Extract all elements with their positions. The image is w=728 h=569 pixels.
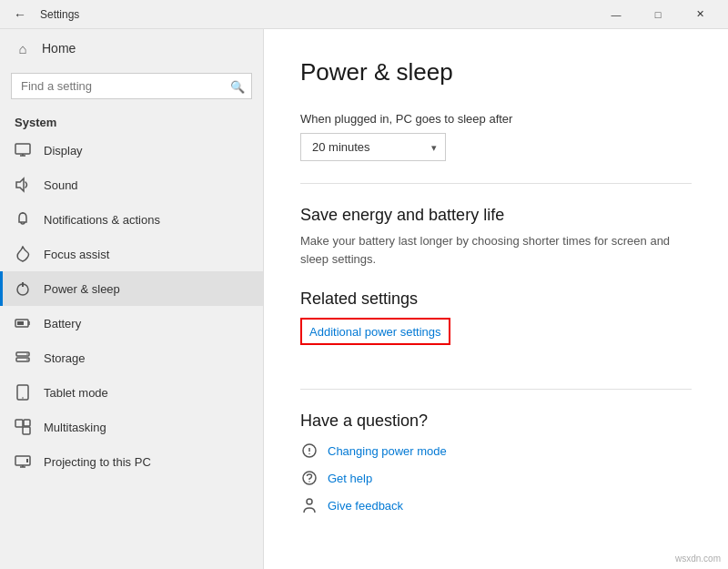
sidebar-item-projecting[interactable]: Projecting to this PC [0, 444, 263, 479]
title-bar: ← Settings — □ ✕ [0, 0, 728, 29]
notifications-icon [15, 211, 31, 228]
get-help-icon [300, 469, 318, 487]
tablet-icon [15, 384, 31, 401]
sidebar-home-label: Home [42, 41, 76, 56]
sidebar-label-power: Power & sleep [44, 282, 120, 296]
give-feedback-label: Give feedback [328, 499, 403, 513]
svg-point-29 [307, 499, 312, 504]
give-feedback-link[interactable]: Give feedback [300, 496, 692, 514]
save-energy-desc: Make your battery last longer by choosin… [300, 232, 692, 268]
sidebar-item-multitasking[interactable]: Multitasking [0, 410, 263, 444]
watermark: wsxdn.com [675, 554, 721, 564]
section-divider-1 [300, 183, 692, 184]
sidebar-item-storage[interactable]: Storage [0, 340, 263, 375]
have-question-title: Have a question? [300, 412, 692, 431]
sidebar-search-container: 🔍 [11, 73, 252, 99]
changing-power-mode-link[interactable]: Changing power mode [300, 442, 692, 460]
sidebar-label-display: Display [44, 144, 83, 157]
svg-rect-19 [24, 420, 30, 426]
additional-power-link-box: Additional power settings [300, 318, 450, 345]
sidebar-item-notifications[interactable]: Notifications & actions [0, 202, 263, 237]
focus-icon [15, 246, 31, 262]
svg-rect-10 [17, 321, 24, 325]
save-energy-title: Save energy and battery life [300, 206, 692, 225]
sidebar-item-power[interactable]: Power & sleep [0, 271, 263, 306]
sidebar-label-tablet: Tablet mode [44, 386, 108, 400]
sidebar: ⌂ Home 🔍 System Display [0, 29, 264, 569]
changing-power-mode-label: Changing power mode [328, 444, 447, 458]
have-question-section: Have a question? Changing power mode [300, 412, 692, 514]
sidebar-label-projecting: Projecting to this PC [44, 455, 151, 469]
related-settings-title: Related settings [300, 290, 692, 309]
svg-point-14 [26, 359, 28, 361]
sound-icon [15, 177, 31, 193]
search-icon: 🔍 [230, 79, 245, 93]
svg-rect-17 [15, 420, 23, 427]
sleep-setting-row: When plugged in, PC goes to sleep after … [300, 112, 692, 161]
svg-point-27 [303, 472, 316, 484]
related-settings-section: Related settings Additional power settin… [300, 290, 692, 367]
svg-point-16 [22, 397, 24, 399]
battery-icon [15, 315, 31, 331]
display-icon [15, 142, 31, 158]
maximize-button[interactable]: □ [637, 0, 679, 29]
svg-rect-0 [15, 144, 30, 154]
section-divider-2 [300, 389, 692, 390]
search-input[interactable] [11, 73, 252, 99]
window-controls: — □ ✕ [595, 0, 721, 29]
multitasking-icon [15, 419, 31, 435]
app-title: Settings [40, 8, 595, 21]
sleep-label: When plugged in, PC goes to sleep after [300, 112, 692, 126]
sidebar-item-home[interactable]: ⌂ Home [0, 29, 263, 67]
sidebar-item-sound[interactable]: Sound [0, 168, 263, 202]
storage-icon [15, 350, 31, 366]
svg-marker-3 [16, 178, 24, 191]
give-feedback-icon [300, 496, 318, 514]
sidebar-item-display[interactable]: Display [0, 133, 263, 168]
svg-point-13 [26, 353, 28, 355]
get-help-link[interactable]: Get help [300, 469, 692, 487]
svg-rect-18 [23, 427, 30, 434]
save-energy-section: Save energy and battery life Make your b… [300, 206, 692, 268]
minimize-button[interactable]: — [595, 0, 637, 29]
additional-power-settings-link[interactable]: Additional power settings [309, 325, 441, 339]
projecting-icon [15, 453, 31, 470]
sidebar-item-focus[interactable]: Focus assist [0, 237, 263, 271]
sidebar-label-notifications: Notifications & actions [44, 213, 160, 227]
sidebar-item-battery[interactable]: Battery [0, 306, 263, 340]
sidebar-label-focus: Focus assist [44, 248, 109, 261]
app-container: ⌂ Home 🔍 System Display [0, 29, 728, 569]
sleep-select-wrapper: 20 minutes 5 minutes 10 minutes 15 minut… [300, 133, 446, 161]
home-icon: ⌂ [15, 40, 31, 56]
sidebar-label-battery: Battery [44, 317, 81, 330]
sidebar-label-storage: Storage [44, 351, 86, 365]
get-help-label: Get help [328, 472, 372, 485]
link-icon-1 [300, 442, 318, 460]
back-button[interactable]: ← [7, 2, 33, 27]
svg-point-28 [308, 481, 309, 482]
power-icon [15, 280, 31, 297]
page-title: Power & sleep [300, 58, 692, 86]
sidebar-item-tablet[interactable]: Tablet mode [0, 375, 263, 410]
sidebar-label-multitasking: Multitasking [44, 421, 106, 434]
close-button[interactable]: ✕ [679, 0, 721, 29]
main-content: Power & sleep When plugged in, PC goes t… [264, 29, 728, 569]
sleep-select[interactable]: 20 minutes 5 minutes 10 minutes 15 minut… [300, 133, 446, 161]
sidebar-label-sound: Sound [44, 178, 78, 192]
sidebar-section-title: System [0, 108, 263, 133]
svg-point-26 [308, 453, 309, 454]
